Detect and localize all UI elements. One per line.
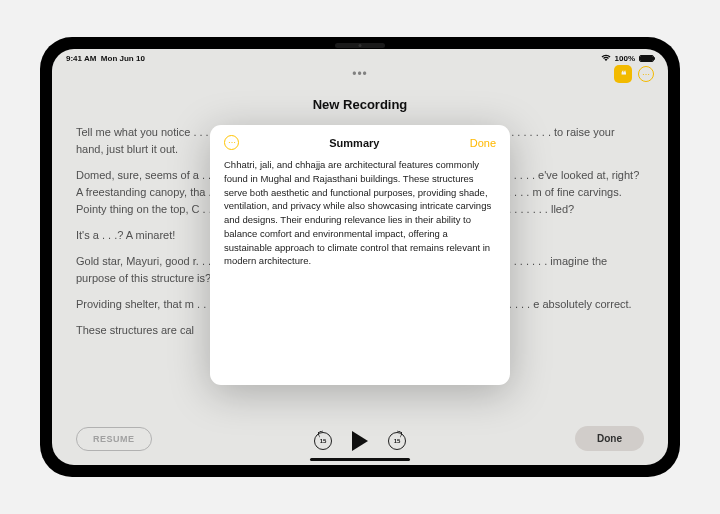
- modal-title: Summary: [329, 137, 379, 149]
- camera-notch: [335, 43, 385, 48]
- summary-modal: ⋯ Summary Done Chhatri, jali, and chhajj…: [210, 125, 510, 385]
- screen: 9:41 AM Mon Jun 10 100% ••• ❝ ⋯ New Reco…: [52, 49, 668, 465]
- modal-done-button[interactable]: Done: [470, 137, 496, 149]
- summary-text: Chhatri, jali, and chhajja are architect…: [224, 158, 496, 268]
- modal-options-icon[interactable]: ⋯: [224, 135, 239, 150]
- ipad-frame: 9:41 AM Mon Jun 10 100% ••• ❝ ⋯ New Reco…: [40, 37, 680, 477]
